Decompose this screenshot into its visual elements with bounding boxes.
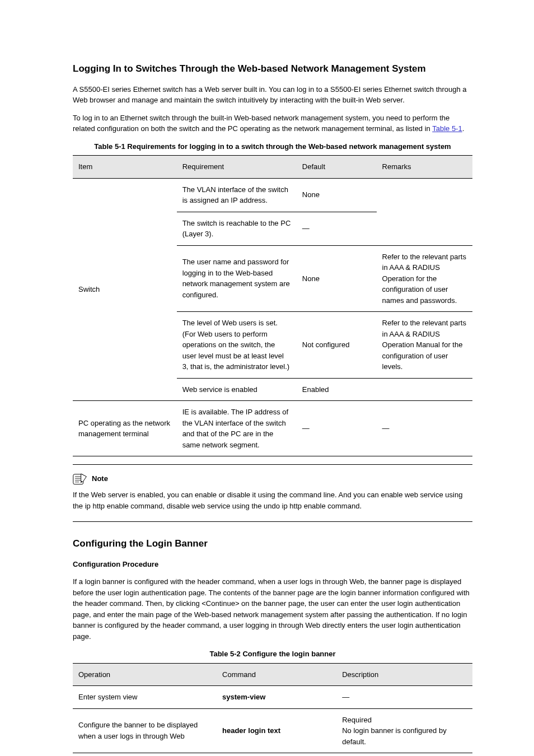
- intro-paragraph-1: A S5500-EI series Ethernet switch has a …: [73, 84, 472, 106]
- cell-req: The level of Web users is set. (For Web …: [177, 312, 297, 379]
- cell-req: The user name and password for logging i…: [177, 245, 297, 312]
- col-command: Command: [217, 663, 336, 686]
- table-row: Configure the banner to be displayed whe…: [73, 708, 472, 753]
- intro-paragraph-2: To log in to an Ethernet switch through …: [73, 113, 472, 134]
- col-default: Default: [297, 156, 377, 179]
- cell-def: Enabled: [297, 378, 377, 401]
- cell-def: —: [297, 401, 377, 456]
- table2-caption: Table 5-2 Configure the login banner: [73, 648, 472, 660]
- table-row: Switch The VLAN interface of the switch …: [73, 178, 472, 212]
- cell-req: The switch is reachable to the PC (Layer…: [177, 212, 297, 245]
- login-banner-table: Operation Command Description Enter syst…: [73, 663, 472, 754]
- intro-text-after-link: .: [462, 124, 465, 133]
- section2-paragraph: If a login banner is configured with the…: [73, 576, 472, 642]
- cell-rem: [377, 178, 472, 245]
- col-operation: Operation: [73, 663, 217, 686]
- intro-text-before-link: To log in to an Ethernet switch through …: [73, 114, 449, 133]
- table-row: PC operating as the network management t…: [73, 401, 472, 456]
- cell-desc: —: [336, 686, 472, 709]
- note-icon: [73, 473, 87, 485]
- cell-desc: Required No login banner is configured b…: [336, 708, 472, 753]
- cell-def: None: [297, 245, 377, 312]
- note-text: If the Web server is enabled, you can en…: [73, 489, 472, 511]
- col-requirement: Requirement: [177, 156, 297, 179]
- table-row: Enter system view system-view —: [73, 686, 472, 709]
- cell-item: PC operating as the network management t…: [73, 401, 177, 456]
- cell-req: The VLAN interface of the switch is assi…: [177, 178, 297, 212]
- note-box: Note If the Web server is enabled, you c…: [73, 464, 472, 522]
- cell-rem: Refer to the relevant parts in AAA & RAD…: [377, 245, 472, 312]
- cell-item: Switch: [73, 178, 177, 401]
- cell-def: —: [297, 212, 377, 245]
- cell-cmd: header login text: [217, 708, 336, 753]
- table1-caption: Table 5-1 Requirements for logging in to…: [73, 141, 472, 152]
- cell-def: None: [297, 178, 377, 212]
- cell-req: IE is available. The IP address of the V…: [177, 401, 297, 456]
- cell-rem: Refer to the relevant parts in AAA & RAD…: [377, 312, 472, 379]
- subsection-heading: Configuration Procedure: [73, 559, 472, 570]
- cell-def: Not configured: [297, 312, 377, 379]
- col-item: Item: [73, 156, 177, 179]
- requirements-table: Item Requirement Default Remarks Switch …: [73, 155, 472, 456]
- cell-op: Configure the banner to be displayed whe…: [73, 708, 217, 753]
- cell-rem: [377, 378, 472, 401]
- cell-req: Web service is enabled: [177, 378, 297, 401]
- col-description: Description: [336, 663, 472, 686]
- table-header-row: Operation Command Description: [73, 663, 472, 686]
- section-heading: Logging In to Switches Through the Web-b…: [73, 62, 472, 76]
- table-link[interactable]: Table 5-1: [432, 124, 462, 133]
- table-header-row: Item Requirement Default Remarks: [73, 156, 472, 179]
- cell-rem: —: [377, 401, 472, 456]
- col-remarks: Remarks: [377, 156, 472, 179]
- note-label: Note: [92, 473, 108, 484]
- cell-cmd: system-view: [217, 686, 336, 709]
- cell-op: Enter system view: [73, 686, 217, 709]
- section2-heading: Configuring the Login Banner: [73, 536, 472, 551]
